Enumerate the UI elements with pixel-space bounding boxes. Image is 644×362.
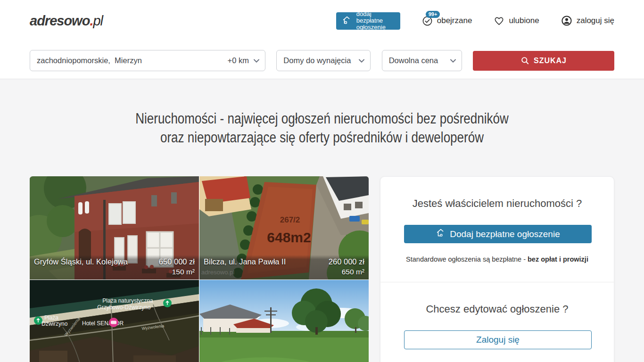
listing-map: Plaża naturystyczna Grzybowo-Dźwirzyno P… — [30, 280, 199, 362]
page-title: Nieruchomości - najwięcej ogłoszeń nieru… — [76, 79, 568, 147]
sidebar: Jesteś właścicielem nieruchomości ? Doda… — [380, 176, 614, 362]
listing-overlay: Bilcza, ul. Jana Pawła II 260 000 zł 650… — [199, 255, 369, 280]
page-body: Nieruchomości - najwięcej ogłoszeń nieru… — [0, 79, 644, 362]
viewed-label: obejrzane — [437, 16, 472, 25]
house-plus-icon — [436, 228, 446, 240]
listing-card-dzwirzyno[interactable]: Plaża naturystyczna Grzybowo-Dźwirzyno P… — [30, 280, 199, 362]
property-type-value: Domy do wynajęcia — [283, 56, 351, 65]
listing-area: 150 m² — [34, 268, 195, 276]
listing-photo-meadow — [199, 280, 369, 362]
site-logo[interactable]: adresowo.pl — [30, 13, 103, 29]
map-label-beach-top-2: Grzybowo-Dźwirzyno — [97, 304, 151, 311]
listing-card-bilcza[interactable]: 267/2 648m2 adresowo.pl — [199, 176, 369, 280]
radius-dropdown[interactable]: +0 km — [228, 56, 259, 65]
search-icon — [520, 56, 529, 65]
listing-location: Bilcza, ul. Jana Pawła II — [204, 257, 286, 266]
listing-grid: Gryfów Śląski, ul. Kolejowa 650 000 zł 1… — [30, 176, 369, 362]
radius-value: +0 km — [228, 56, 249, 65]
search-bar: +0 km Domy do wynajęcia Dowolna cena SZU… — [0, 41, 644, 79]
plot-parcel-label: 267/2 — [280, 215, 300, 224]
add-listing-button[interactable]: dodaj bezpłatne ogłoszenie — [336, 12, 400, 30]
login-link[interactable]: zaloguj się — [561, 15, 614, 26]
owner-note-bold: bez opłat i prowizji — [528, 255, 588, 263]
header-actions: dodaj bezpłatne ogłoszenie 99+ obejrzane — [336, 12, 614, 30]
search-button[interactable]: SZUKAJ — [473, 51, 614, 71]
edit-section: Chcesz edytować ogłoszenie ? Zaloguj się… — [380, 282, 614, 362]
price-select[interactable]: Dowolna cena — [382, 50, 462, 71]
heart-icon — [494, 16, 504, 26]
logo-tld: pl — [93, 13, 103, 28]
viewed-count-badge: 99+ — [426, 11, 440, 18]
login-label: zaloguj się — [577, 16, 614, 25]
viewed-link[interactable]: 99+ obejrzane — [422, 16, 472, 26]
favorites-label: ulubione — [509, 16, 539, 25]
price-value: Dowolna cena — [389, 56, 438, 65]
user-circle-icon — [561, 15, 572, 26]
add-listing-label: dodaj bezpłatne ogłoszenie — [356, 11, 394, 31]
map-label-beach-top-1: Plaża naturystyczna — [102, 297, 153, 304]
listing-price: 650 000 zł — [159, 257, 195, 266]
sidebar-add-listing-label: Dodaj bezpłatne ogłoszenie — [450, 229, 560, 239]
property-type-select[interactable]: Domy do wynajęcia — [276, 50, 371, 71]
map-label-beach-left-2: Dźwirzyno — [41, 321, 68, 327]
listing-overlay: Gryfów Śląski, ul. Kolejowa 650 000 zł 1… — [30, 255, 199, 280]
house-plus-icon — [342, 15, 352, 27]
plot-area-label: 648m2 — [267, 230, 311, 245]
search-button-label: SZUKAJ — [534, 57, 567, 65]
location-field[interactable]: +0 km — [30, 50, 265, 71]
sidebar-login-label: Zaloguj się — [476, 335, 520, 345]
top-bar: adresowo.pl dodaj bezpłatne ogłoszenie — [0, 0, 644, 41]
favorites-link[interactable]: ulubione — [494, 16, 539, 26]
sidebar-add-listing-button[interactable]: Dodaj bezpłatne ogłoszenie — [404, 225, 592, 243]
sidebar-login-button[interactable]: Zaloguj się — [404, 330, 592, 349]
edit-section-title: Chcesz edytować ogłoszenie ? — [404, 303, 590, 315]
owner-note: Standardowe ogłoszenia są bezpłatne - be… — [404, 255, 590, 263]
map-label-beach-left-1: Plaża — [44, 314, 58, 321]
listing-card-gryfow[interactable]: Gryfów Śląski, ul. Kolejowa 650 000 zł 1… — [30, 176, 199, 280]
page-title-line2: oraz niepowtarzające się oferty pośredni… — [76, 128, 568, 147]
location-input[interactable] — [37, 56, 228, 65]
listing-price: 260 000 zł — [329, 257, 364, 266]
page-title-line1: Nieruchomości - najwięcej ogłoszeń nieru… — [76, 109, 568, 128]
chevron-down-icon — [359, 59, 364, 63]
listing-location: Gryfów Śląski, ul. Kolejowa — [34, 257, 128, 266]
chevron-down-icon — [254, 59, 259, 63]
listing-area: 650 m² — [204, 268, 364, 276]
listing-card-grojec[interactable]: Grojec, ul. Regienna 801 000 zł — [199, 280, 369, 362]
owner-note-text: Standardowe ogłoszenia są bezpłatne - — [406, 255, 528, 263]
owner-section: Jesteś właścicielem nieruchomości ? Doda… — [380, 177, 614, 282]
owner-section-title: Jesteś właścicielem nieruchomości ? — [404, 197, 590, 210]
chevron-down-icon — [450, 59, 456, 63]
logo-main: adresowo — [30, 13, 90, 28]
